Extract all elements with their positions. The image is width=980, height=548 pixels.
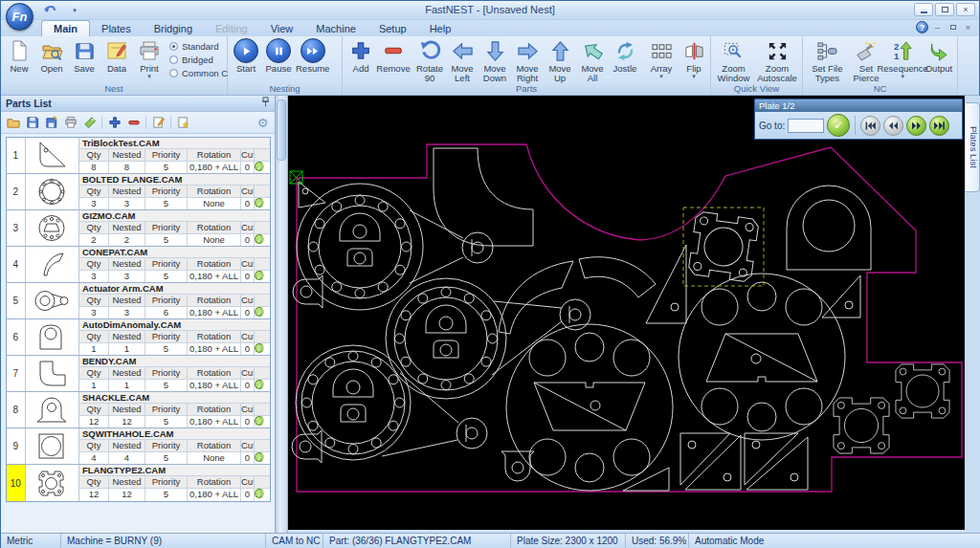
canvas-vertical-scrollbar[interactable] <box>276 96 288 533</box>
zoom-autoscale-button[interactable]: Zoom Autoscale <box>754 37 800 84</box>
edit-part-icon[interactable] <box>150 115 167 131</box>
new-button[interactable]: New <box>3 37 35 75</box>
save-button[interactable]: Save <box>68 37 100 75</box>
parts-list-row[interactable]: 1 TriBlockTest.CAM Qty Nested Priority R… <box>7 138 270 174</box>
app-logo-icon[interactable]: Fn <box>6 3 33 31</box>
remove-part-icon[interactable] <box>125 115 142 131</box>
radio-common-cut[interactable]: Common Cut <box>169 68 235 78</box>
previous-plate-button[interactable] <box>883 116 903 136</box>
add-part-icon[interactable] <box>106 115 122 131</box>
goto-plate-input[interactable] <box>788 119 824 133</box>
first-plate-button[interactable] <box>860 116 880 136</box>
column-cut: Cut <box>241 367 255 379</box>
output-button[interactable]: Output <box>923 37 955 75</box>
column-nested: Nested <box>109 440 145 451</box>
tab-machine[interactable]: Machine <box>304 21 368 36</box>
ribbon-minimize-button[interactable]: – <box>931 22 944 33</box>
start-nesting-button[interactable]: Start <box>230 37 262 75</box>
close-icon: × <box>963 5 968 14</box>
print-button[interactable]: Print ▾ <box>133 37 166 80</box>
move-right-button[interactable]: Move Right <box>511 37 544 84</box>
set-file-types-button[interactable]: Set File Types <box>805 37 850 84</box>
move-up-button[interactable]: Move Up <box>544 37 576 84</box>
part-priority: 5 <box>145 343 188 355</box>
ribbon-restore-button[interactable] <box>947 22 959 33</box>
zoom-window-button[interactable]: Zoom Window <box>713 37 754 84</box>
radio-standard[interactable]: Standard <box>169 41 235 52</box>
remove-part-button[interactable]: Remove <box>377 37 410 75</box>
parts-list-row[interactable]: 5 Actuator Arm.CAM Qty Nested Priority R… <box>7 283 270 319</box>
parts-list-row[interactable]: 9 SQWITHAHOLE.CAM Qty Nested Priority Ro… <box>7 428 270 465</box>
column-cut: Cut <box>241 331 255 342</box>
part-qty: 3 <box>79 198 109 209</box>
add-part-button[interactable]: Add <box>345 37 377 75</box>
move-left-button[interactable]: Move Left <box>446 37 479 84</box>
close-button[interactable]: × <box>956 3 975 16</box>
pin-icon[interactable] <box>261 97 270 110</box>
plates-list-tab[interactable]: Plates List <box>966 102 980 192</box>
tab-main[interactable]: Main <box>41 20 90 36</box>
canvas-background[interactable] <box>288 96 965 530</box>
parts-list-row[interactable]: 3 GIZMO.CAM Qty Nested Priority Rotation… <box>7 210 270 247</box>
goto-confirm-button[interactable]: ✓ <box>827 114 850 137</box>
part-columns-header: Qty Nested Priority Rotation Cut <box>79 149 270 162</box>
tab-view[interactable]: View <box>259 21 305 36</box>
part-thumbnail <box>26 465 79 501</box>
tab-setup[interactable]: Setup <box>368 21 418 36</box>
next-plate-button[interactable] <box>906 116 926 136</box>
part-columns-header: Qty Nested Priority Rotation Cut <box>79 367 270 380</box>
rotate-90-button[interactable]: Rotate 90 ▾ <box>413 37 446 90</box>
minimize-button[interactable] <box>914 3 933 16</box>
settings-gear-icon[interactable]: ⚙ <box>255 115 271 131</box>
scrollbar-thumb[interactable] <box>277 99 286 161</box>
parts-list-row[interactable]: 4 CONEPAT.CAM Qty Nested Priority Rotati… <box>7 247 270 283</box>
part-values: 3 3 5 None 0 ✓ <box>79 198 270 209</box>
part-cut: 0 <box>241 162 255 173</box>
pause-nesting-button[interactable]: Pause <box>262 37 295 75</box>
tag-icon[interactable] <box>81 115 98 131</box>
button-label: Move All <box>577 64 608 83</box>
column-priority: Priority <box>145 222 188 233</box>
column-cut: Cut <box>241 476 255 488</box>
save-part-icon[interactable] <box>24 115 40 131</box>
radio-bridged[interactable]: Bridged <box>169 55 235 65</box>
resequence-button[interactable]: 21 Resequence ▾ <box>882 37 923 80</box>
group-label-quick-view: Quick View <box>711 83 802 95</box>
part-qty: 4 <box>79 452 109 464</box>
ribbon-tab-bar: Main Plates Bridging Editing View Machin… <box>1 20 979 36</box>
nest-drawing[interactable] <box>288 96 965 530</box>
tab-bridging[interactable]: Bridging <box>143 21 204 36</box>
parts-list-row[interactable]: 10 FLANGTYPE2.CAM Qty Nested Priority Ro… <box>7 465 270 501</box>
restore-button[interactable] <box>935 3 954 16</box>
open-part-icon[interactable] <box>5 115 21 131</box>
window-title: FastNEST - [Unsaved Nest] <box>1 4 979 15</box>
print-part-icon[interactable] <box>62 115 78 131</box>
data-button[interactable]: Data <box>100 37 133 75</box>
parts-list-row[interactable]: 2 BOLTED FLANGE.CAM Qty Nested Priority … <box>7 174 270 210</box>
last-plate-button[interactable] <box>929 116 949 136</box>
tab-plates[interactable]: Plates <box>90 21 143 36</box>
jostle-button[interactable]: Jostle <box>609 37 641 75</box>
column-qty: Qty <box>79 149 109 161</box>
open-button[interactable]: Open <box>35 37 68 75</box>
svg-text:1: 1 <box>894 51 900 61</box>
flip-button[interactable]: Flip ▾ <box>678 37 710 80</box>
arrow-up-icon <box>549 38 571 63</box>
help-icon[interactable]: ? <box>916 21 928 33</box>
nest-canvas[interactable] <box>288 96 965 530</box>
column-nested: Nested <box>109 186 145 197</box>
column-cut: Cut <box>241 404 255 415</box>
parts-list-row[interactable]: 6 AutoDimAnomaly.CAM Qty Nested Priority… <box>7 319 270 356</box>
group-label-nest: Nest <box>1 83 227 95</box>
import-part-icon[interactable] <box>175 115 191 131</box>
resume-nesting-button[interactable]: Resume <box>295 37 330 75</box>
save-floppy-icon <box>74 38 96 63</box>
tab-help[interactable]: Help <box>418 21 463 36</box>
ribbon-close-button[interactable]: × <box>962 22 974 33</box>
save-as-icon[interactable] <box>43 115 59 131</box>
parts-list-row[interactable]: 7 BENDY.CAM Qty Nested Priority Rotation… <box>7 356 270 392</box>
move-down-button[interactable]: Move Down <box>479 37 511 84</box>
parts-list-row[interactable]: 8 SHACKLE.CAM Qty Nested Priority Rotati… <box>7 392 270 428</box>
move-all-button[interactable]: Move All ▾ <box>576 37 609 90</box>
array-button[interactable]: Array ▾ <box>645 37 678 80</box>
